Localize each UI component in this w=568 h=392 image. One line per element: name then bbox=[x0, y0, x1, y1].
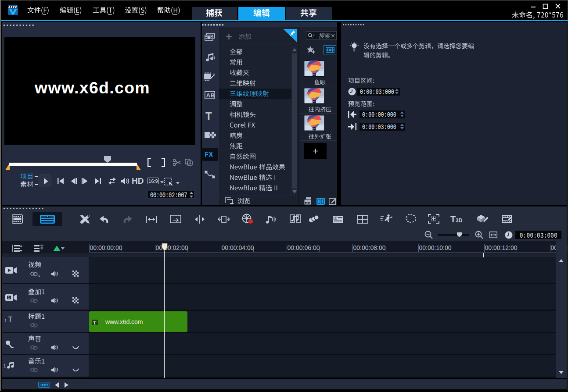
svg-text:T: T bbox=[334, 217, 336, 220]
svg-text:1: 1 bbox=[8, 296, 10, 299]
